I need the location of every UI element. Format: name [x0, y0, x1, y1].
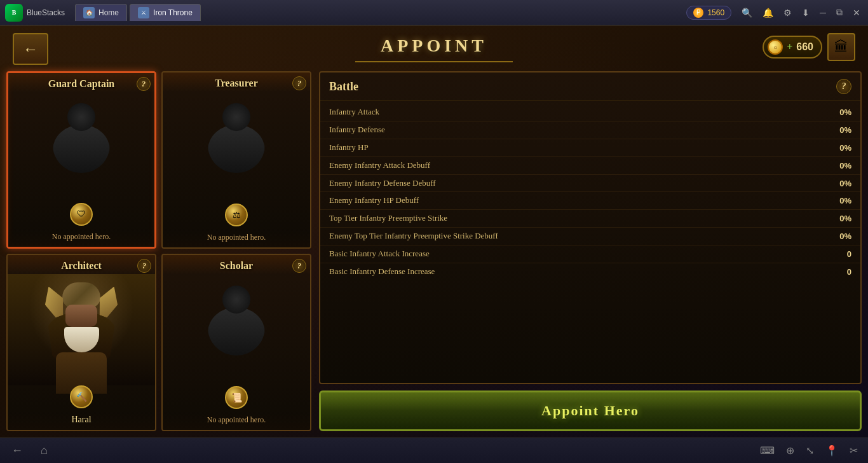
iron-throne-tab-icon: ⚔ — [138, 7, 149, 18]
scholar-help-btn[interactable]: ? — [292, 259, 306, 273]
silhouette-head-3 — [222, 286, 250, 314]
guard-captain-badge: 🛡 — [70, 203, 93, 226]
window-controls: 🔍 🔔 ⚙ ⬇ ─ ⧉ ✕ — [739, 7, 863, 18]
role-slot-architect[interactable]: Architect ? 🔨 Haral — [6, 254, 156, 431]
architect-badge-icon: 🔨 — [70, 385, 93, 408]
bank-icon[interactable]: 🏛 — [827, 33, 855, 61]
stat-name-2: Infantry HP — [329, 142, 832, 153]
guard-captain-badge-icon: 🛡 — [70, 203, 93, 226]
role-slot-treasurer[interactable]: Treasurer ? ⚖ No appointed hero. — [161, 71, 311, 249]
silhouette-body — [53, 125, 110, 176]
scholar-badge: 📜 — [225, 386, 248, 409]
architect-help-btn[interactable]: ? — [137, 259, 151, 273]
home-taskbar-btn[interactable]: ⌂ — [37, 441, 51, 460]
stat-value-8: 0 — [832, 249, 851, 259]
gamepad-icon[interactable]: ⊕ — [783, 442, 797, 459]
currency-bar: ○ + 660 🏛 — [763, 33, 855, 61]
battle-help-btn[interactable]: ? — [836, 79, 851, 94]
scholar-silhouette — [201, 286, 271, 375]
points-display: P 1560 — [686, 6, 731, 20]
architect-badge: 🔨 — [70, 385, 93, 408]
notification-icon[interactable]: 🔔 — [760, 8, 776, 18]
role-slots-panel: Guard Captain ? 🛡 No appointed hero. Tre… — [6, 71, 311, 431]
game-area: ← APPOINT ○ + 660 🏛 Guard Captain ? — [0, 25, 868, 438]
stat-value-9: 0 — [832, 267, 851, 277]
battle-panel: Battle ? Infantry Attack0%Infantry Defen… — [319, 71, 862, 384]
taskbar-right-controls: ⌨ ⊕ ⤡ 📍 ✂ — [757, 442, 860, 459]
stat-name-5: Enemy Infantry HP Debuff — [329, 195, 832, 206]
location-icon[interactable]: 📍 — [823, 442, 841, 459]
guard-captain-silhouette — [46, 103, 116, 192]
stat-row-9: Basic Infantry Defense Increase0 — [320, 263, 860, 280]
silhouette-body-3 — [208, 307, 265, 358]
treasurer-badge-icon: ⚖ — [225, 204, 248, 226]
tab-iron-throne[interactable]: ⚔ Iron Throne — [130, 4, 201, 21]
bluestacks-brand: BlueStacks — [27, 8, 65, 17]
stat-row-6: Top Tier Infantry Preemptive Strike0% — [320, 210, 860, 228]
stat-name-0: Infantry Attack — [329, 107, 832, 118]
architect-hero-figure — [8, 274, 155, 385]
restore-btn[interactable]: ⧉ — [834, 7, 845, 18]
minimize-btn[interactable]: ─ — [817, 8, 829, 18]
treasurer-badge: ⚖ — [225, 204, 248, 226]
stat-value-0: 0% — [832, 107, 851, 117]
stat-row-0: Infantry Attack0% — [320, 104, 860, 121]
scholar-status: No appointed hero. — [163, 413, 310, 430]
treasurer-silhouette — [201, 103, 271, 192]
stat-row-5: Enemy Infantry HP Debuff0% — [320, 192, 860, 210]
stat-value-7: 0% — [832, 232, 851, 241]
settings-icon[interactable]: ⚙ — [781, 8, 794, 18]
stat-name-9: Basic Infantry Defense Increase — [329, 266, 832, 277]
stat-row-8: Basic Infantry Attack Increase0 — [320, 245, 860, 263]
silhouette-head — [67, 103, 95, 131]
stat-value-4: 0% — [832, 179, 851, 188]
keyboard-icon[interactable]: ⌨ — [757, 442, 777, 459]
iron-throne-tab-label: Iron Throne — [153, 8, 193, 17]
download-icon[interactable]: ⬇ — [799, 8, 812, 18]
stat-value-6: 0% — [832, 214, 851, 223]
scholar-title: Scholar — [163, 255, 310, 274]
haral-figure — [40, 282, 123, 378]
home-tab-icon: 🏠 — [83, 7, 95, 18]
silhouette-head-2 — [222, 103, 250, 131]
search-icon[interactable]: 🔍 — [739, 8, 755, 18]
resize-icon[interactable]: ⤡ — [803, 442, 817, 459]
stat-name-4: Enemy Infantry Defense Debuff — [329, 178, 832, 189]
haral-helmet — [62, 282, 100, 308]
back-taskbar-btn[interactable]: ← — [8, 441, 27, 460]
page-title: APPOINT — [355, 33, 513, 62]
treasurer-help-btn[interactable]: ? — [292, 76, 306, 90]
stat-name-6: Top Tier Infantry Preemptive Strike — [329, 213, 832, 224]
guard-captain-title: Guard Captain — [8, 73, 154, 92]
home-tab-label: Home — [98, 8, 119, 17]
back-button[interactable]: ← — [13, 33, 48, 65]
stat-row-4: Enemy Infantry Defense Debuff0% — [320, 175, 860, 193]
silhouette-body-2 — [208, 125, 265, 176]
points-icon: P — [693, 8, 703, 18]
coin-plus-icon[interactable]: + — [787, 41, 792, 53]
stat-value-1: 0% — [832, 125, 851, 135]
role-slot-scholar[interactable]: Scholar ? 📜 No appointed hero. — [161, 254, 311, 431]
role-slot-guard-captain[interactable]: Guard Captain ? 🛡 No appointed hero. — [6, 71, 156, 249]
main-content: Guard Captain ? 🛡 No appointed hero. Tre… — [6, 71, 862, 431]
architect-title: Architect — [8, 255, 155, 274]
treasurer-title: Treasurer — [163, 73, 310, 92]
stat-value-5: 0% — [832, 196, 851, 205]
treasurer-status: No appointed hero. — [163, 230, 310, 247]
appoint-hero-button[interactable]: Appoint Hero — [319, 390, 862, 431]
coin-icon: ○ — [768, 39, 783, 55]
scholar-badge-icon: 📜 — [225, 386, 248, 409]
tab-home[interactable]: 🏠 Home — [75, 4, 127, 21]
haral-face — [65, 305, 97, 327]
guard-captain-help-btn[interactable]: ? — [137, 77, 151, 91]
bluestacks-logo: B — [5, 4, 23, 22]
battle-header: Battle ? — [320, 73, 860, 101]
coin-amount: 660 — [796, 41, 813, 53]
stat-row-2: Infantry HP0% — [320, 139, 860, 157]
scissors-icon[interactable]: ✂ — [847, 442, 860, 459]
stat-row-1: Infantry Defense0% — [320, 121, 860, 139]
stat-name-7: Enemy Top Tier Infantry Preemptive Strik… — [329, 231, 832, 242]
close-btn[interactable]: ✕ — [850, 8, 863, 18]
bluestacks-topbar: B BlueStacks 🏠 Home ⚔ Iron Throne P 1560… — [0, 0, 868, 25]
battle-stats-list: Infantry Attack0%Infantry Defense0%Infan… — [320, 101, 860, 383]
